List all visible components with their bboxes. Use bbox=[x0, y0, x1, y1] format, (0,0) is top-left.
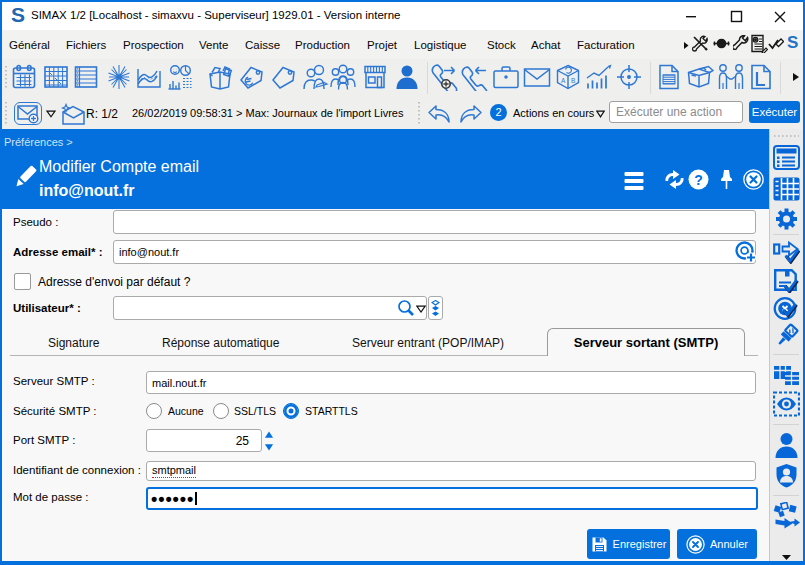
svg-text:B: B bbox=[571, 77, 575, 84]
svg-text:A: A bbox=[561, 77, 566, 84]
svg-text:?: ? bbox=[694, 172, 703, 188]
